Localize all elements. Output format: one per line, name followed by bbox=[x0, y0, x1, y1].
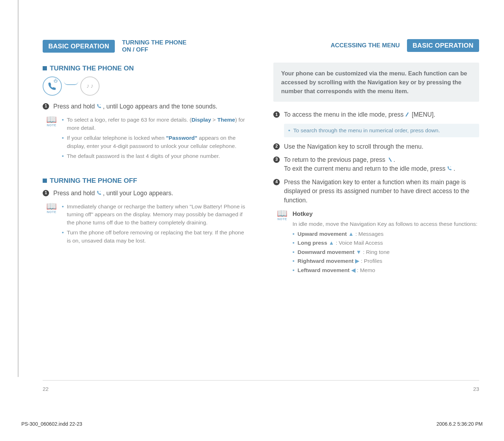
step-r1: 1 To access the menu in the idle mode, p… bbox=[273, 110, 479, 119]
arc-connector-icon bbox=[64, 81, 78, 85]
note-label: NOTE bbox=[277, 217, 287, 221]
section-title-line1: TURNING THE PHONE bbox=[122, 39, 186, 46]
right-page: ACCESSING THE MENU BASIC OPERATION Your … bbox=[273, 39, 479, 279]
section-title-line2: ON / OFF bbox=[122, 46, 148, 53]
step-r2-text: Use the Navigation key to scroll through… bbox=[284, 142, 479, 151]
heading-phone-off-text: TURNING THE PHONE OFF bbox=[50, 177, 137, 185]
left-page: BASIC OPERATION TURNING THE PHONE ON / O… bbox=[43, 39, 248, 279]
left-header: BASIC OPERATION TURNING THE PHONE ON / O… bbox=[43, 39, 248, 54]
text-fragment: To return to the previous page, press bbox=[284, 156, 387, 163]
step-number-4: 4 bbox=[273, 179, 280, 185]
right-header: ACCESSING THE MENU BASIC OPERATION bbox=[273, 39, 479, 52]
hotkey-desc: : Profiles bbox=[359, 258, 382, 264]
step-r2: 2 Use the Navigation key to scroll throu… bbox=[273, 142, 479, 151]
hotkey-item: Rightward movement ▶ : Profiles bbox=[293, 257, 479, 265]
step-number-3: 3 bbox=[273, 156, 280, 163]
intro-box: Your phone can be customized via the men… bbox=[273, 63, 479, 102]
hotkey-item: Downward movement ▼ : Ring tone bbox=[293, 248, 479, 256]
text-fragment: [MENU]. bbox=[412, 111, 435, 118]
step-r3: 3 To return to the previous page, press … bbox=[273, 155, 479, 174]
step-number-1: 1 bbox=[273, 111, 280, 118]
hotkey-desc: : Voice Mail Access bbox=[334, 240, 383, 246]
hotkey-desc: : Memo bbox=[355, 267, 375, 273]
note-label: NOTE bbox=[47, 123, 56, 127]
hotkey-item: Upward movement ▲ : Messages bbox=[293, 230, 479, 238]
display-keyword: Display bbox=[192, 117, 211, 123]
note-content-1: To select a logo, refer to page 63 for m… bbox=[62, 116, 248, 162]
step-1-off-text: Press and hold , until your Logo appears… bbox=[53, 189, 248, 198]
note-item: Turn the phone off before removing or re… bbox=[62, 229, 248, 245]
step-r1-text: To access the menu in the idle mode, pre… bbox=[284, 110, 479, 119]
footer-timestamp: 2006.6.2 5:36:20 PM bbox=[436, 421, 483, 427]
phone-on-illustration: ⏻ ♪ ♪ bbox=[43, 76, 248, 96]
heading-phone-on: TURNING THE PHONE ON bbox=[43, 64, 248, 72]
note-item: Immediately change or recharge the batte… bbox=[62, 203, 248, 227]
phone-circle-icon: ⏻ bbox=[43, 76, 62, 96]
svg-point-1 bbox=[100, 191, 101, 192]
footer-rule bbox=[43, 380, 479, 381]
hotkey-name: Upward movement bbox=[297, 231, 347, 237]
step-number-1: 1 bbox=[43, 190, 49, 196]
hotkey-name: Long press bbox=[297, 240, 327, 246]
step-r3-text: To return to the previous page, press . … bbox=[284, 155, 479, 174]
step-1-on-text: Press and hold , until Logo appears and … bbox=[53, 102, 248, 111]
nav-down-icon: ▼ bbox=[356, 249, 361, 255]
heading-phone-off: TURNING THE PHONE OFF bbox=[43, 177, 248, 185]
chapter-tab-right: BASIC OPERATION bbox=[407, 39, 479, 52]
music-circle-icon: ♪ ♪ bbox=[80, 76, 100, 96]
step-number-2: 2 bbox=[273, 143, 280, 150]
hotkey-title: Hotkey bbox=[293, 210, 479, 219]
text-fragment: If your cellular telephone is locked whe… bbox=[67, 135, 166, 141]
note-block-2: 📖 NOTE Immediately change or recharge th… bbox=[46, 203, 248, 247]
step-1-off: 1 Press and hold , until your Logo appea… bbox=[43, 189, 248, 198]
hotkey-intro: In idle mode, move the Navigation Key as… bbox=[293, 220, 479, 228]
search-hint: To search through the menu in numerical … bbox=[284, 124, 479, 137]
heading-phone-on-text: TURNING THE PHONE ON bbox=[50, 64, 134, 72]
hotkey-name: Downward movement bbox=[297, 249, 354, 255]
hotkey-name: Rightward movement bbox=[297, 258, 354, 264]
note-block-1: 📖 NOTE To select a logo, refer to page 6… bbox=[46, 116, 248, 162]
text-fragment: To select a logo, refer to page 63 for m… bbox=[67, 117, 192, 123]
square-bullet-icon bbox=[43, 179, 47, 183]
hotkey-desc: : Ring tone bbox=[361, 249, 390, 255]
note-label: NOTE bbox=[47, 210, 56, 214]
left-softkey-icon bbox=[405, 112, 412, 118]
text-fragment: To exit the current menu and return to t… bbox=[284, 165, 447, 172]
hotkey-item: Long press ▲ : Voice Mail Access bbox=[293, 239, 479, 247]
note-book-icon: 📖 bbox=[46, 203, 57, 209]
nav-up-icon: ▲ bbox=[329, 240, 334, 246]
note-item: If your cellular telephone is locked whe… bbox=[62, 134, 248, 150]
text-fragment: . bbox=[454, 165, 455, 172]
password-keyword: "Password" bbox=[166, 135, 197, 141]
note-content-2: Immediately change or recharge the batte… bbox=[62, 203, 248, 247]
svg-point-2 bbox=[450, 166, 451, 167]
right-softkey-icon bbox=[387, 157, 393, 163]
step-r4: 4 Press the Navigation key to enter a fu… bbox=[273, 178, 479, 205]
note-icon-column: 📖 NOTE bbox=[46, 116, 57, 162]
step-r4-text: Press the Navigation key to enter a func… bbox=[284, 178, 479, 205]
step-1-on: 1 Press and hold , until Logo appears an… bbox=[43, 102, 248, 111]
square-bullet-icon bbox=[43, 66, 47, 70]
text-fragment: , until Logo appears and the tone sounds… bbox=[103, 103, 218, 110]
music-note-icon: ♪ bbox=[86, 83, 90, 90]
end-key-icon bbox=[447, 166, 454, 171]
page-number-left: 22 bbox=[43, 386, 49, 392]
hotkey-content: Hotkey In idle mode, move the Navigation… bbox=[293, 210, 479, 275]
hotkey-name: Leftward movement bbox=[297, 267, 349, 273]
note-book-icon: 📖 bbox=[277, 210, 288, 217]
note-icon-column: 📖 NOTE bbox=[46, 203, 57, 247]
music-note-icon: ♪ bbox=[91, 83, 94, 90]
end-key-icon bbox=[97, 103, 103, 109]
chapter-tab-left: BASIC OPERATION bbox=[43, 40, 115, 53]
step-number-1: 1 bbox=[43, 103, 49, 110]
note-item: To select a logo, refer to page 63 for m… bbox=[62, 116, 248, 132]
hotkey-desc: : Messages bbox=[354, 231, 384, 237]
text-fragment: > bbox=[211, 117, 218, 123]
end-key-icon bbox=[97, 190, 103, 196]
text-fragment: Press and hold bbox=[53, 190, 97, 197]
page-spread: BASIC OPERATION TURNING THE PHONE ON / O… bbox=[0, 0, 504, 441]
text-fragment: To access the menu in the idle mode, pre… bbox=[284, 111, 405, 118]
note-icon-column: 📖 NOTE bbox=[277, 210, 288, 275]
nav-left-icon: ◀ bbox=[351, 267, 355, 273]
text-fragment: . bbox=[393, 156, 395, 163]
